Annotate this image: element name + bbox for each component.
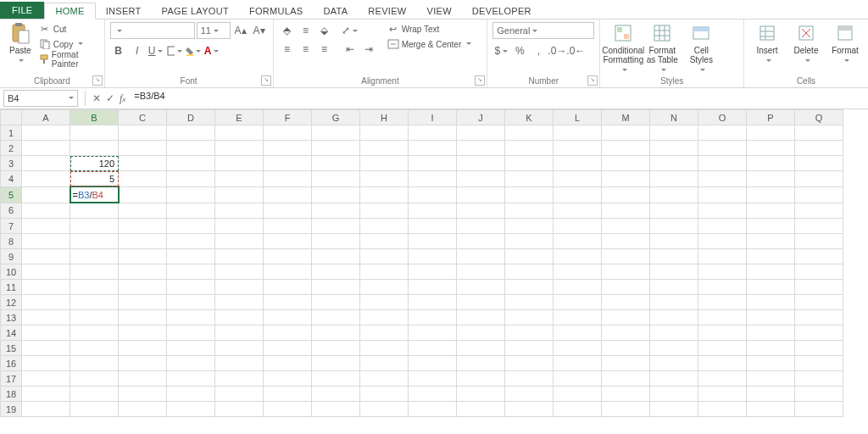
cell-J1[interactable] [457,125,505,141]
cell-J14[interactable] [457,326,505,341]
cell-C10[interactable] [119,264,167,280]
cell-E12[interactable] [215,295,264,310]
cell-M11[interactable] [602,280,650,295]
cell-N14[interactable] [650,326,698,341]
cell-Q17[interactable] [795,371,843,387]
cell-F18[interactable] [264,387,312,402]
row-header-11[interactable]: 11 [1,280,22,295]
cell-K10[interactable] [505,264,554,280]
cell-E1[interactable] [215,125,264,141]
cell-G16[interactable] [312,356,360,371]
cell-O7[interactable] [698,219,747,234]
cell-I14[interactable] [409,326,457,341]
cell-D6[interactable] [167,203,215,219]
cell-P11[interactable] [747,280,795,295]
cell-B14[interactable] [70,326,119,341]
cell-O10[interactable] [698,264,747,280]
cell-D7[interactable] [167,219,215,234]
cell-O5[interactable] [698,186,747,203]
cell-B16[interactable] [70,356,119,371]
cell-B18[interactable] [70,387,119,402]
insert-cells-button[interactable]: Insert [749,22,785,66]
name-box[interactable]: B4 [3,90,78,107]
cell-C12[interactable] [119,295,167,310]
cell-M17[interactable] [602,371,650,387]
cell-D4[interactable] [167,171,215,187]
decrease-decimal-button[interactable]: .0← [567,42,584,59]
tab-review[interactable]: REVIEW [358,3,416,19]
copy-button[interactable]: Copy [39,37,99,51]
cell-L6[interactable] [554,203,602,219]
cell-O18[interactable] [698,387,747,402]
cell-C7[interactable] [119,219,167,234]
row-header-9[interactable]: 9 [1,249,22,264]
cell-D10[interactable] [167,264,215,280]
column-header-B[interactable]: B [70,110,119,125]
cell-N5[interactable] [650,186,698,203]
cell-I11[interactable] [409,280,457,295]
cell-K18[interactable] [505,387,554,402]
cell-H1[interactable] [360,125,409,141]
cell-O15[interactable] [698,341,747,356]
cell-A7[interactable] [22,219,70,234]
select-all-corner[interactable] [1,110,22,125]
tab-page-layout[interactable]: PAGE LAYOUT [152,3,239,19]
cell-F10[interactable] [264,264,312,280]
column-header-F[interactable]: F [264,110,312,125]
cell-N10[interactable] [650,264,698,280]
cell-H19[interactable] [360,402,409,417]
cell-F19[interactable] [264,402,312,417]
cell-P5[interactable] [747,186,795,203]
worksheet-grid[interactable]: ABCDEFGHIJKLMNOPQ123120455=B3/B467891011… [0,109,868,417]
cell-E8[interactable] [215,234,264,249]
cell-Q16[interactable] [795,356,843,371]
cell-M8[interactable] [602,234,650,249]
cell-A8[interactable] [22,234,70,249]
cell-N15[interactable] [650,341,698,356]
cell-G10[interactable] [312,264,360,280]
cell-B6[interactable] [70,203,119,219]
cell-M4[interactable] [602,171,650,187]
cell-L3[interactable] [554,156,602,171]
cell-O1[interactable] [698,125,747,141]
cell-O16[interactable] [698,356,747,371]
cell-F13[interactable] [264,310,312,326]
cell-F15[interactable] [264,341,312,356]
cell-F11[interactable] [264,280,312,295]
format-as-table-button[interactable]: Format as Table [644,22,680,75]
cell-A14[interactable] [22,326,70,341]
cell-P3[interactable] [747,156,795,171]
cell-O3[interactable] [698,156,747,171]
cell-M14[interactable] [602,326,650,341]
cell-I17[interactable] [409,371,457,387]
row-header-17[interactable]: 17 [1,371,22,387]
cell-K11[interactable] [505,280,554,295]
cell-P9[interactable] [747,249,795,264]
cell-L19[interactable] [554,402,602,417]
cell-H6[interactable] [360,203,409,219]
cell-O8[interactable] [698,234,747,249]
cell-I19[interactable] [409,402,457,417]
cell-N18[interactable] [650,387,698,402]
cell-L12[interactable] [554,295,602,310]
cell-J9[interactable] [457,249,505,264]
cell-M6[interactable] [602,203,650,219]
cell-P16[interactable] [747,356,795,371]
delete-cells-dropdown-icon[interactable] [803,57,810,66]
cell-I15[interactable] [409,341,457,356]
cell-N12[interactable] [650,295,698,310]
cell-L13[interactable] [554,310,602,326]
cell-D18[interactable] [167,387,215,402]
cell-A18[interactable] [22,387,70,402]
cell-I4[interactable] [409,171,457,187]
cell-N4[interactable] [650,171,698,187]
cell-C11[interactable] [119,280,167,295]
cell-A9[interactable] [22,249,70,264]
format-as-table-dropdown-icon[interactable] [659,66,666,75]
cell-F3[interactable] [264,156,312,171]
cell-D16[interactable] [167,356,215,371]
cell-C13[interactable] [119,310,167,326]
cell-B9[interactable] [70,249,119,264]
conditional-formatting-dropdown-icon[interactable] [620,66,627,75]
cell-N11[interactable] [650,280,698,295]
